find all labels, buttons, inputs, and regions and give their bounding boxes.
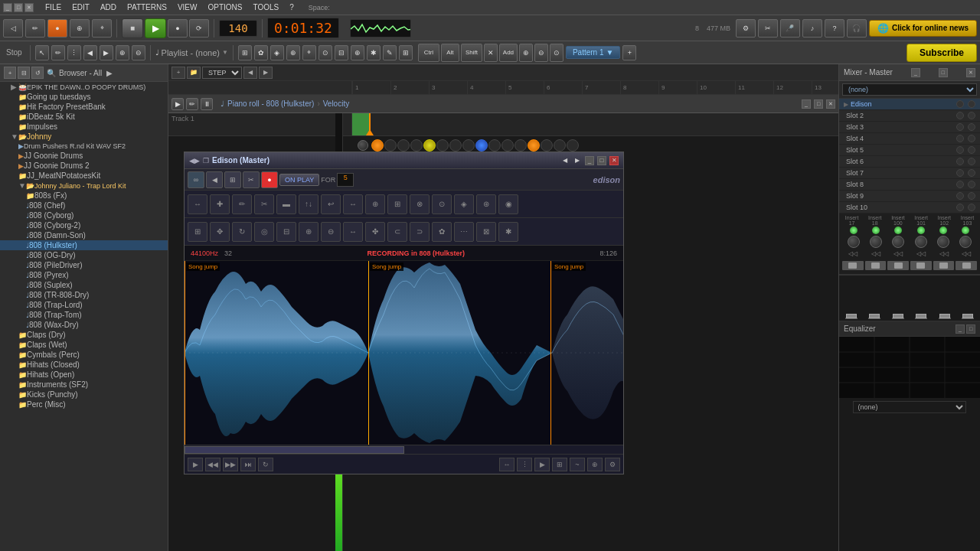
- seq-left[interactable]: ◀: [243, 67, 257, 79]
- tool-headphones[interactable]: 🎧: [847, 19, 867, 37]
- sidebar-item-808damn[interactable]: ♩ 808 (Damn-Son): [0, 230, 168, 240]
- sidebar-remove-btn[interactable]: ⊟: [18, 67, 30, 79]
- step-btn-0-6[interactable]: [449, 139, 462, 152]
- sidebar-item-hihats-closed[interactable]: 📁 Hihats (Closed): [0, 360, 168, 370]
- tool-zoom[interactable]: ⊕: [70, 19, 90, 37]
- pr-draw[interactable]: ✏: [186, 98, 198, 110]
- extra-3[interactable]: ⊙: [550, 44, 564, 62]
- mixer-master-select[interactable]: (none): [842, 83, 977, 96]
- sidebar-item-808wax[interactable]: ♩ 808 (Wax-Dry): [0, 320, 168, 330]
- shift-key[interactable]: Shift: [461, 44, 482, 62]
- seq-mode-select[interactable]: STEPSLID: [202, 67, 242, 79]
- transport-stop[interactable]: ■: [122, 18, 143, 38]
- pat-tool-6[interactable]: ⊙: [318, 45, 332, 60]
- step-btn-0-11[interactable]: [514, 139, 527, 152]
- sidebar-item-johnny[interactable]: ▼ 📂 Johnny: [0, 132, 168, 142]
- sidebar-add-btn[interactable]: +: [4, 67, 16, 79]
- et2-6[interactable]: ⊕: [299, 222, 318, 242]
- del-key[interactable]: ✕: [484, 44, 498, 62]
- mixer-slot-6[interactable]: Slot 6: [839, 156, 980, 168]
- et2-4[interactable]: ◎: [254, 222, 274, 242]
- pat-tool-2[interactable]: ✿: [254, 45, 268, 60]
- vfader-track-2[interactable]: [868, 318, 880, 319]
- edison-close[interactable]: ✕: [609, 156, 619, 165]
- quick-tool-7[interactable]: ⊖: [132, 45, 145, 60]
- sidebar-item-goonie1[interactable]: ▶ JJ Goonie Drums: [0, 151, 168, 161]
- et-fx5[interactable]: ⊛: [476, 194, 496, 214]
- edison-maximize[interactable]: □: [597, 156, 606, 165]
- pat-tool-9[interactable]: ✱: [367, 45, 381, 60]
- fader-4[interactable]: [910, 261, 932, 270]
- edison-nav-left[interactable]: ◀: [560, 156, 570, 165]
- ch-knob-2[interactable]: [870, 236, 882, 248]
- menu-file[interactable]: FILE: [43, 3, 64, 11]
- step-btn-0-5[interactable]: [436, 139, 449, 152]
- step-btn-0-1[interactable]: [384, 139, 397, 152]
- for-input[interactable]: 5: [337, 173, 354, 187]
- quick-tool-5[interactable]: ▶: [100, 45, 113, 60]
- step-btn-0-2[interactable]: [397, 139, 410, 152]
- tool-piano[interactable]: ♪: [802, 19, 822, 37]
- step-btn-0-14[interactable]: [554, 139, 566, 152]
- menu-patterns[interactable]: PATTERNS: [125, 3, 169, 11]
- et-select[interactable]: ↔: [188, 194, 207, 214]
- et2-10[interactable]: ⊂: [387, 222, 407, 242]
- ch-knob-6[interactable]: [959, 236, 972, 248]
- edison-grid-btn[interactable]: ⊞: [224, 171, 241, 188]
- mixer-minimize[interactable]: _: [911, 68, 920, 77]
- waveform-scrollbar[interactable]: [185, 445, 623, 454]
- et2-15[interactable]: ✱: [498, 222, 518, 242]
- et-move[interactable]: ✚: [210, 194, 230, 214]
- sidebar-item-drum-pushers[interactable]: ▶ Drum Pushers R.nd Kit WAV SF2: [0, 142, 168, 151]
- foot-prev[interactable]: ◀◀: [205, 458, 220, 471]
- edison-prev-btn[interactable]: ◀: [206, 171, 223, 188]
- sidebar-item-808cyborg[interactable]: ♩ 808 (Cyborg): [0, 210, 168, 220]
- sidebar-item-kicks[interactable]: 📁 Kicks (Punchy): [0, 390, 168, 399]
- edison-loop-btn[interactable]: ∞: [188, 171, 204, 188]
- subscribe-button[interactable]: Subscribe: [906, 44, 977, 62]
- et-stretch[interactable]: ↔: [343, 194, 363, 214]
- pr-pause[interactable]: ⏸: [201, 98, 213, 110]
- step-btn-0-7[interactable]: [462, 139, 475, 152]
- win-minimize[interactable]: _: [3, 3, 12, 12]
- news-button[interactable]: 🌐 Click for online news: [869, 20, 977, 37]
- eq-maximize[interactable]: □: [966, 324, 975, 334]
- tool-mic[interactable]: 🎤: [780, 19, 800, 37]
- sidebar-item-perc[interactable]: 📁 Perc (Misc): [0, 399, 168, 409]
- extra-1[interactable]: ⊕: [519, 44, 533, 62]
- edison-onplay-btn[interactable]: ON PLAY: [279, 174, 319, 186]
- vfader-track-6[interactable]: [962, 318, 974, 319]
- et2-3[interactable]: ↻: [232, 222, 252, 242]
- edison-clip-btn[interactable]: ✂: [243, 171, 260, 188]
- step-btn-0-8[interactable]: [475, 139, 488, 152]
- sidebar-item-808fx[interactable]: 📁 808s (Fx): [0, 191, 168, 201]
- quick-tool-4[interactable]: ◀: [83, 45, 97, 60]
- sidebar-item-cymbals[interactable]: 📁 Cymbals (Perc): [0, 350, 168, 360]
- mixer-slot-7[interactable]: Slot 7: [839, 168, 980, 179]
- pr-close[interactable]: ✕: [826, 99, 835, 109]
- foot-zoom[interactable]: ⊕: [587, 458, 603, 471]
- et2-2[interactable]: ✥: [210, 222, 230, 242]
- pattern-selector[interactable]: Pattern 1 ▼: [566, 46, 621, 59]
- step-btn-0-3[interactable]: [410, 139, 423, 152]
- foot-loop[interactable]: ↻: [258, 458, 273, 471]
- pat-tool-8[interactable]: ⊕: [351, 45, 364, 60]
- menu-add[interactable]: ADD: [98, 3, 119, 11]
- pat-tool-11[interactable]: ⊞: [399, 45, 413, 60]
- edison-minimize[interactable]: _: [585, 156, 594, 165]
- tool-settings[interactable]: ⚙: [736, 19, 756, 37]
- fader-2[interactable]: [865, 261, 887, 270]
- et-pan[interactable]: ⊕: [365, 194, 385, 214]
- fader-3[interactable]: [887, 261, 909, 270]
- pat-tool-7[interactable]: ⊟: [335, 45, 348, 60]
- ch-knob-4[interactable]: [915, 236, 927, 248]
- quick-tool-3[interactable]: ⋮: [67, 45, 81, 60]
- extra-2[interactable]: ⊖: [534, 44, 548, 62]
- sidebar-item-impulses[interactable]: 📁 Impulses: [0, 122, 168, 132]
- quick-tool-1[interactable]: ↖: [35, 45, 49, 60]
- sidebar-item-808ogdry[interactable]: ♩ 808 (OG-Dry): [0, 250, 168, 260]
- tool-select[interactable]: ◁: [3, 19, 23, 37]
- alt-key[interactable]: Alt: [441, 44, 459, 62]
- sidebar-item-meatn[interactable]: 📁 JJ_MeatNPotatoesKit: [0, 171, 168, 181]
- foot-fx[interactable]: ~: [570, 458, 585, 471]
